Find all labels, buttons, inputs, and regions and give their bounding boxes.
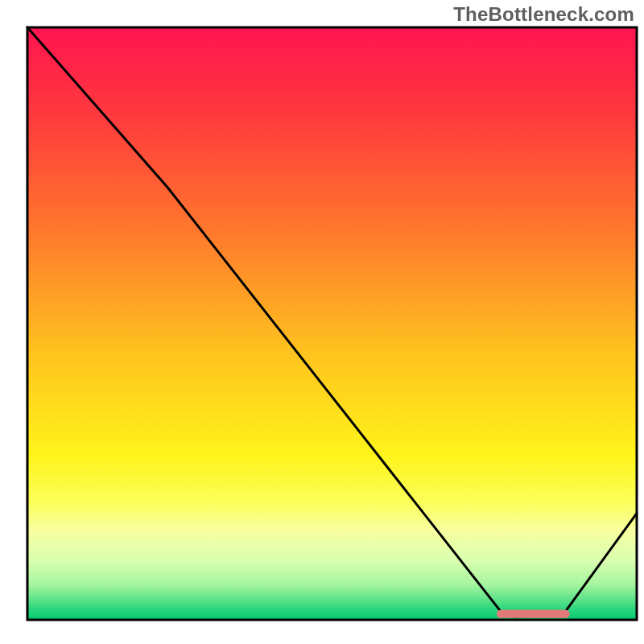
watermark-text: TheBottleneck.com — [453, 3, 634, 26]
chart-container: TheBottleneck.com — [0, 0, 644, 644]
flat-region-marker — [497, 609, 570, 617]
chart-svg — [0, 0, 644, 644]
plot-area — [27, 27, 637, 620]
chart-background — [27, 27, 637, 620]
